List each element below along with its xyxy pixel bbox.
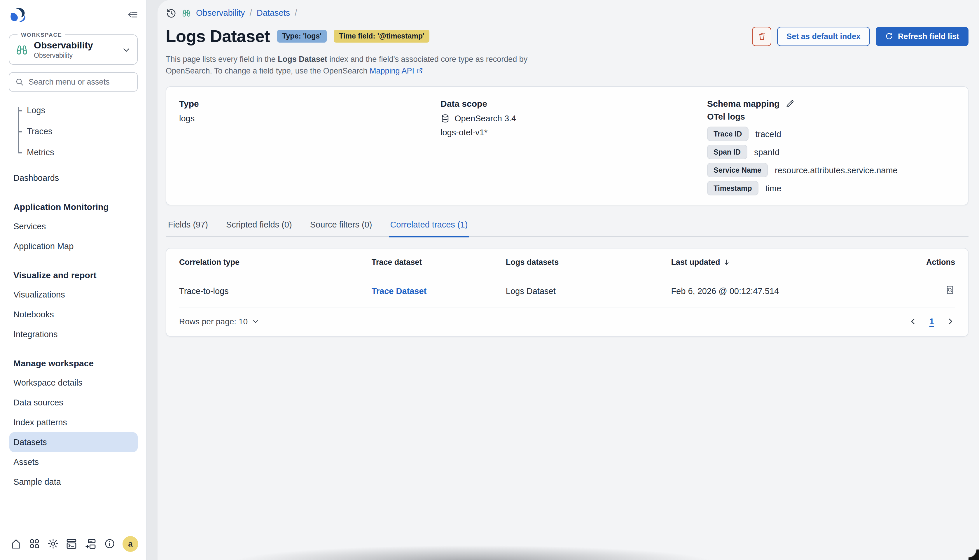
section-manage-workspace: Manage workspace (9, 353, 138, 373)
rows-per-page-select[interactable]: Rows per page: 10 (179, 317, 259, 326)
breadcrumb: Observability / Datasets / (166, 6, 969, 20)
search-input[interactable] (28, 78, 132, 86)
sidebar-nav: Logs Traces Metrics Dashboards Applicati… (0, 92, 147, 527)
app-root: WORKSPACE Observability Observability (0, 0, 979, 560)
data-scope-source: OpenSearch 3.4 (454, 114, 516, 123)
trace-dataset-link[interactable]: Trace Dataset (372, 286, 427, 295)
schema-value: resource.attributes.service.name (775, 165, 897, 175)
sidebar-item-data-sources[interactable]: Data sources (9, 393, 138, 412)
sidebar-item-visualizations[interactable]: Visualizations (9, 285, 138, 305)
column-trace-dataset: Trace dataset (372, 250, 506, 275)
tab-source-filters[interactable]: Source filters (0) (309, 217, 374, 237)
type-label: Type (179, 98, 440, 108)
sidebar-item-sample-data[interactable]: Sample data (9, 472, 138, 492)
correlations-table: Correlation type Trace dataset Logs data… (179, 250, 955, 307)
sidebar-item-index-patterns[interactable]: Index patterns (9, 412, 138, 432)
workspace-title: Observability (34, 40, 116, 51)
section-visualize-and-report: Visualize and report (9, 265, 138, 285)
chevron-down-icon (251, 317, 259, 325)
time-field-badge: Time field: '@timestamp' (334, 30, 430, 43)
schema-badge: Timestamp (707, 181, 759, 195)
sidebar-item-logs[interactable]: Logs (18, 100, 138, 121)
column-last-updated[interactable]: Last updated (671, 258, 730, 267)
data-scope-index-pattern: logs-otel-v1* (440, 128, 707, 137)
breadcrumb-observability[interactable]: Observability (196, 8, 245, 18)
cell-last-updated: Feb 6, 2026 @ 00:12:47.514 (671, 275, 881, 307)
edit-pencil-icon[interactable] (785, 99, 795, 108)
schema-row-service-name: Service Name resource.attributes.service… (707, 163, 955, 177)
section-application-monitoring: Application Monitoring (9, 197, 138, 217)
sidebar-item-assets[interactable]: Assets (9, 452, 138, 472)
previous-page-button[interactable] (908, 317, 918, 326)
refresh-icon (885, 32, 893, 40)
opensearch-logo[interactable] (9, 7, 26, 23)
sidebar-item-datasets[interactable]: Datasets (9, 432, 138, 452)
tab-fields[interactable]: Fields (97) (167, 217, 209, 237)
sidebar-item-workspace-details[interactable]: Workspace details (9, 373, 138, 393)
binoculars-icon (182, 8, 191, 18)
schema-mapping-label: Schema mapping (707, 98, 779, 108)
collapse-menu-icon[interactable] (127, 9, 138, 20)
external-link-icon (417, 67, 424, 74)
sidebar-item-services[interactable]: Services (9, 217, 138, 236)
search-icon (15, 78, 24, 86)
schema-badge: Span ID (707, 145, 747, 159)
schema-row-timestamp: Timestamp time (707, 181, 955, 195)
dataset-overview-card: Type logs Data scope OpenSearch 3.4 logs… (166, 86, 969, 205)
column-correlation-type: Correlation type (179, 250, 372, 275)
avatar[interactable]: a (123, 536, 138, 552)
recent-history-icon[interactable] (166, 7, 177, 18)
add-data-icon[interactable] (85, 538, 97, 550)
schema-value: time (766, 183, 782, 193)
schema-row-span-id: Span ID spanId (707, 145, 955, 159)
sidebar-header (0, 0, 147, 23)
page-header: Logs Dataset Type: 'logs' Time field: '@… (166, 23, 969, 49)
tab-correlated-traces[interactable]: Correlated traces (1) (389, 217, 469, 237)
delete-dataset-button[interactable] (752, 27, 771, 46)
rows-per-page-label: Rows per page: 10 (179, 317, 248, 326)
next-page-button[interactable] (946, 317, 955, 326)
sidebar-item-application-map[interactable]: Application Map (9, 236, 138, 256)
trash-icon (757, 32, 766, 41)
table-row: Trace-to-logs Trace Dataset Logs Dataset… (179, 275, 955, 307)
tab-scripted-fields[interactable]: Scripted fields (0) (225, 217, 293, 237)
sidebar-item-traces[interactable]: Traces (18, 121, 138, 142)
column-logs-datasets: Logs datasets (506, 250, 671, 275)
workspace-subtitle: Observability (34, 52, 116, 59)
dataset-tabs: Fields (97) Scripted fields (0) Source f… (166, 217, 969, 237)
mapping-api-link[interactable]: Mapping API (370, 67, 414, 75)
sidebar-item-integrations[interactable]: Integrations (9, 324, 138, 344)
type-badge: Type: 'logs' (277, 30, 327, 43)
inspect-icon[interactable] (945, 285, 955, 295)
settings-gear-icon[interactable] (47, 538, 58, 550)
breadcrumb-separator: / (295, 8, 297, 18)
sidebar-item-dashboards[interactable]: Dashboards (9, 168, 138, 188)
sidebar-search[interactable] (9, 72, 138, 92)
page-title: Logs Dataset (166, 27, 270, 46)
sidebar-item-metrics[interactable]: Metrics (18, 142, 138, 163)
sort-descending-icon (723, 258, 730, 266)
info-icon[interactable] (104, 538, 115, 550)
sidebar: WORKSPACE Observability Observability (0, 0, 147, 560)
workspace-selector[interactable]: WORKSPACE Observability Observability (9, 32, 138, 65)
refresh-field-list-button[interactable]: Refresh field list (876, 27, 969, 46)
refresh-field-list-label: Refresh field list (898, 32, 959, 40)
schema-badge: Trace ID (707, 127, 748, 141)
binoculars-icon (15, 43, 28, 56)
sidebar-footer: a (0, 527, 147, 560)
schema-value: spanId (754, 147, 779, 157)
dev-tools-icon[interactable] (66, 538, 78, 550)
schema-badge: Service Name (707, 163, 768, 177)
schema-subtitle: OTel logs (707, 112, 955, 121)
set-default-index-button[interactable]: Set as default index (777, 27, 870, 46)
sidebar-item-notebooks[interactable]: Notebooks (9, 305, 138, 324)
apps-icon[interactable] (28, 538, 40, 550)
home-icon[interactable] (10, 538, 22, 549)
correlated-traces-card: Correlation type Trace dataset Logs data… (166, 248, 969, 336)
data-scope-label: Data scope (440, 98, 707, 108)
table-pagination: Rows per page: 10 1 (179, 307, 955, 336)
signals-tree: Logs Traces Metrics (18, 100, 138, 163)
page-number[interactable]: 1 (929, 317, 934, 326)
breadcrumb-datasets[interactable]: Datasets (257, 8, 290, 18)
workspace-overline: WORKSPACE (18, 32, 65, 38)
